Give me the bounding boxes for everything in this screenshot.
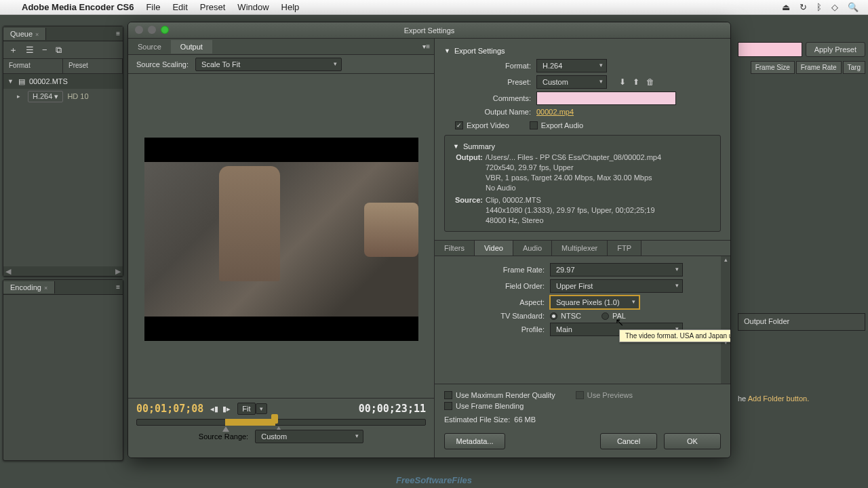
- close-icon[interactable]: ×: [35, 31, 39, 38]
- tab-output[interactable]: Output: [171, 40, 212, 54]
- export-settings-header[interactable]: ▼Export Settings: [444, 45, 721, 56]
- step-forward-icon[interactable]: ▮▸: [222, 405, 231, 413]
- dialog-title: Export Settings: [128, 22, 730, 39]
- apply-preset-button[interactable]: Apply Preset: [806, 42, 865, 57]
- source-scaling-dropdown[interactable]: Scale To Fit: [195, 58, 342, 71]
- encoding-tab[interactable]: Encoding×: [3, 281, 55, 293]
- source-range-label: Source Range:: [199, 432, 248, 441]
- timecode-current[interactable]: 00;01;07;08: [136, 403, 203, 415]
- preset-headers: Frame Size Frame Rate Targ: [751, 61, 865, 74]
- summary-box: ▼Summary Output:/Users/... Files - PP CS…: [444, 135, 721, 232]
- col-format[interactable]: Format: [3, 59, 63, 73]
- tab-source[interactable]: Source: [128, 40, 171, 54]
- max-quality-checkbox[interactable]: Use Maximum Render Quality: [444, 391, 555, 399]
- preset-label: Preset:: [444, 78, 531, 86]
- col-frame-size[interactable]: Frame Size: [751, 61, 795, 74]
- settings-pane: ▼Export Settings Format: H.264 Preset: C…: [435, 39, 730, 458]
- use-previews-checkbox: Use Previews: [576, 391, 633, 399]
- preset-dropdown[interactable]: Custom: [536, 75, 607, 89]
- menu-edit[interactable]: Edit: [172, 2, 187, 12]
- zoom-fit-dropdown[interactable]: Fit: [237, 403, 255, 415]
- profile-label: Profile:: [444, 325, 545, 333]
- comments-field[interactable]: [536, 92, 676, 105]
- preset-search-field[interactable]: [738, 42, 802, 57]
- video-tab-content: ▴▾ Frame Rate: 29.97 Field Order: Upper …: [435, 256, 730, 384]
- col-preset[interactable]: Preset: [63, 59, 123, 73]
- step-back-icon[interactable]: ◂▮: [210, 405, 218, 413]
- add-folder-hint: he Add Folder button.: [738, 394, 865, 403]
- sync-icon[interactable]: ↻: [800, 2, 807, 12]
- duplicate-icon[interactable]: ⧉: [56, 45, 62, 56]
- radio-pal[interactable]: PAL: [601, 312, 626, 320]
- import-preset-icon[interactable]: ⬆: [633, 77, 639, 87]
- queue-item-output[interactable]: ▸ H.264 ▾ HD 10: [3, 89, 123, 104]
- twirl-icon[interactable]: ▸: [17, 93, 24, 100]
- window-traffic-lights[interactable]: [135, 26, 169, 34]
- output-name-label: Output Name:: [444, 108, 531, 116]
- radio-ntsc[interactable]: NTSC: [550, 312, 581, 320]
- col-target[interactable]: Targ: [843, 61, 865, 74]
- tab-multiplexer[interactable]: Multiplexer: [552, 241, 608, 256]
- export-video-checkbox[interactable]: ✓Export Video: [455, 121, 509, 129]
- preview-pane: Source Output ▾≡ Source Scaling: Scale T…: [128, 39, 435, 458]
- cancel-button[interactable]: Cancel: [600, 433, 657, 449]
- output-folder-header[interactable]: Output Folder: [738, 313, 865, 331]
- clip-icon: ▤: [18, 77, 25, 86]
- render-options: Use Maximum Render Quality Use Previews …: [435, 384, 730, 414]
- format-label: Format:: [444, 62, 531, 70]
- frame-blending-checkbox[interactable]: Use Frame Blending: [444, 402, 721, 410]
- menu-help[interactable]: Help: [281, 2, 300, 12]
- zoom-dropdown-icon[interactable]: ▾: [256, 403, 267, 414]
- settings-icon[interactable]: ☰: [26, 45, 34, 55]
- tv-standard-tooltip: The video format. USA and Japan use NTSC…: [619, 329, 731, 342]
- field-order-dropdown[interactable]: Upper First: [550, 279, 683, 293]
- tab-audio[interactable]: Audio: [513, 241, 552, 256]
- video-preview[interactable]: [144, 138, 418, 341]
- timeline-slider[interactable]: [136, 419, 426, 426]
- format-dropdown[interactable]: H.264: [536, 59, 607, 73]
- queue-tab[interactable]: Queue×: [3, 28, 46, 40]
- wifi-icon[interactable]: ◇: [831, 2, 838, 12]
- timeline-controls: 00;01;07;08 ◂▮ ▮▸ Fit ▾ 00;00;23;11: [128, 398, 434, 458]
- flyout-icon[interactable]: ▾≡: [422, 43, 430, 50]
- delete-preset-icon[interactable]: 🗑: [646, 77, 654, 87]
- col-frame-rate[interactable]: Frame Rate: [796, 61, 842, 74]
- tab-ftp[interactable]: FTP: [608, 241, 642, 256]
- vertical-scrollbar[interactable]: ▴▾: [721, 256, 730, 384]
- ok-button[interactable]: OK: [664, 433, 721, 449]
- spotlight-icon[interactable]: 🔍: [848, 2, 859, 12]
- panel-menu-icon[interactable]: ≡: [116, 283, 120, 291]
- export-audio-checkbox[interactable]: Export Audio: [530, 121, 583, 129]
- queue-item-format[interactable]: H.264 ▾: [28, 91, 63, 102]
- source-scaling-label: Source Scaling:: [136, 60, 189, 68]
- source-range-dropdown[interactable]: Custom: [255, 430, 363, 443]
- bluetooth-icon[interactable]: ᛒ: [816, 2, 822, 12]
- metadata-button[interactable]: Metadata...: [444, 433, 505, 449]
- panel-menu-icon[interactable]: ≡: [116, 30, 120, 37]
- menu-preset[interactable]: Preset: [200, 2, 226, 12]
- frame-rate-dropdown[interactable]: 29.97: [550, 263, 683, 277]
- save-preset-icon[interactable]: ⬇: [619, 77, 626, 87]
- output-name-link[interactable]: 00002.mp4: [536, 108, 574, 116]
- menu-window[interactable]: Window: [237, 2, 269, 12]
- estimated-size: Estimated File Size: 66 MB: [435, 414, 730, 429]
- close-icon[interactable]: ×: [44, 285, 47, 291]
- summary-header: Summary: [463, 142, 495, 150]
- twirl-icon: ▼: [453, 143, 459, 150]
- field-order-label: Field Order:: [444, 282, 545, 290]
- queue-item[interactable]: ▼ ▤ 00002.MTS: [3, 74, 123, 89]
- menu-file[interactable]: File: [146, 2, 160, 12]
- aspect-dropdown[interactable]: Square Pixels (1.0): [550, 296, 639, 309]
- tab-filters[interactable]: Filters: [435, 241, 475, 256]
- add-icon[interactable]: ＋: [9, 44, 18, 56]
- queue-scrollbar[interactable]: ◀▶: [3, 266, 123, 276]
- twirl-icon[interactable]: ▼: [7, 78, 14, 85]
- tab-video[interactable]: Video: [475, 241, 513, 256]
- eject-icon[interactable]: ⏏: [782, 2, 790, 12]
- queue-item-name: 00002.MTS: [29, 77, 68, 85]
- source-scaling-row: Source Scaling: Scale To Fit: [128, 55, 434, 74]
- mac-menubar: Adobe Media Encoder CS6 File Edit Preset…: [0, 0, 868, 15]
- frame-rate-label: Frame Rate:: [444, 266, 545, 274]
- remove-icon[interactable]: −: [42, 45, 47, 55]
- twirl-icon: ▼: [444, 47, 450, 54]
